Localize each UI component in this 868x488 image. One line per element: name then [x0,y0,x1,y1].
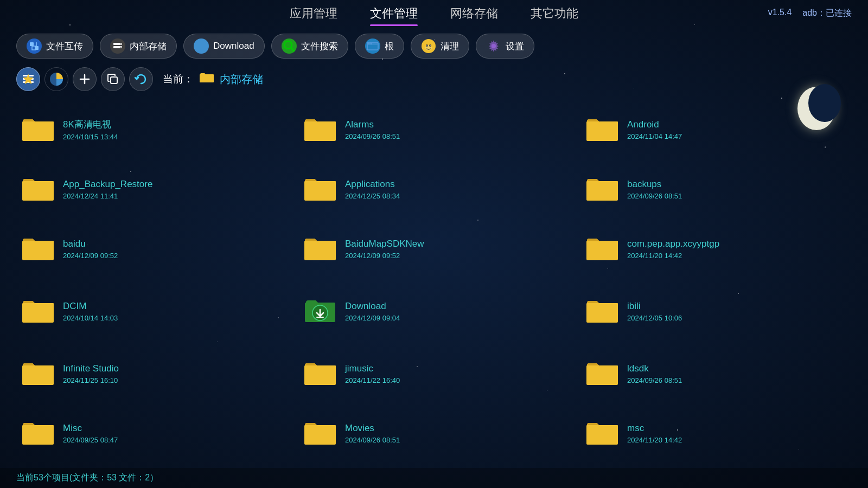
file-date: 2024/12/09 09:52 [63,252,118,260]
file-name: ibili [627,301,682,312]
file-date: 2024/12/09 09:52 [345,252,424,260]
file-name: ldsdk [627,363,682,374]
file-name: Download [345,301,400,312]
svg-line-7 [291,48,294,52]
svg-point-18 [430,45,430,46]
file-info: Applications 2024/12/25 08:34 [345,179,400,200]
folder-icon [304,360,336,387]
list-item[interactable]: DCIM 2024/10/14 14:03 [11,279,293,344]
file-name: msc [627,423,682,434]
file-info: Infinite Studio 2024/11/25 16:10 [63,363,119,384]
list-item[interactable]: Misc 2024/09/25 08:47 [11,403,293,463]
adb-status: adb：已连接 [802,8,852,19]
list-item[interactable]: 8K高清电视 2024/10/15 13:44 [11,100,293,159]
refresh-button[interactable] [129,67,153,91]
file-date: 2024/11/25 16:10 [63,376,119,384]
file-info: Android 2024/11/04 14:47 [627,119,682,140]
clean-icon [421,38,436,54]
folder-icon [586,298,618,325]
file-name: Misc [63,423,118,434]
file-date: 2024/10/14 14:03 [63,314,118,322]
svg-point-11 [368,43,369,44]
file-name: jimusic [345,363,400,374]
file-transfer-label: 文件互传 [46,40,83,53]
toolbar: 文件互传 内部存储 Download 文件搜索 [0,26,868,64]
folder-icon [22,298,54,325]
copy-button[interactable] [101,67,125,91]
file-name: Alarms [345,119,400,130]
file-transfer-button[interactable]: 文件互传 [16,34,93,59]
path-folder-icon [199,71,214,88]
list-item[interactable]: baidu 2024/12/09 09:52 [11,219,293,279]
list-item[interactable]: Alarms 2024/09/26 08:51 [293,100,575,159]
file-info: Movies 2024/09/26 08:51 [345,423,400,444]
file-date: 2024/09/26 08:51 [345,132,400,140]
file-date: 2024/11/22 16:40 [345,376,400,384]
list-item[interactable]: Android 2024/11/04 14:47 [575,100,857,159]
nav-other-functions[interactable]: 其它功能 [531,5,578,26]
settings-button[interactable]: 设置 [476,34,534,59]
list-item[interactable]: BaiduMapSDKNew 2024/12/09 09:52 [293,219,575,279]
download-button[interactable]: Download [183,34,265,59]
list-item[interactable]: Infinite Studio 2024/11/25 16:10 [11,344,293,403]
nav-network-storage[interactable]: 网络存储 [450,5,498,26]
file-search-label: 文件搜索 [301,40,338,53]
file-date: 2024/11/20 14:42 [627,252,719,260]
nav-file-management[interactable]: 文件管理 [370,5,418,26]
file-date: 2024/12/05 10:06 [627,314,682,322]
storage-pie-button[interactable] [44,67,68,91]
action-bar: 当前： 内部存储 [0,64,868,94]
svg-point-5 [120,47,122,48]
list-item[interactable]: jimusic 2024/11/22 16:40 [293,344,575,403]
list-item[interactable]: Download 2024/12/09 09:04 [293,279,575,344]
root-icon [365,38,380,54]
folder-icon [22,235,54,262]
download-folder-icon [194,38,209,54]
file-info: DCIM 2024/10/14 14:03 [63,301,118,322]
file-info: baidu 2024/12/09 09:52 [63,239,118,260]
file-date: 2024/11/04 14:47 [627,132,682,140]
special-folder-icon [304,295,336,328]
list-item[interactable]: msc 2024/11/20 14:42 [575,403,857,463]
folder-icon [586,420,618,447]
list-item[interactable]: Applications 2024/12/25 08:34 [293,159,575,219]
favorites-button[interactable] [16,67,40,91]
internal-storage-button[interactable]: 内部存储 [100,34,177,59]
file-search-icon [282,38,297,54]
file-name: Applications [345,179,400,190]
file-date: 2024/09/26 08:51 [345,436,400,444]
file-info: ldsdk 2024/09/26 08:51 [627,363,682,384]
file-transfer-icon [27,38,42,54]
folder-icon [304,176,336,203]
list-item[interactable]: Movies 2024/09/26 08:51 [293,403,575,463]
list-item[interactable]: ibili 2024/12/05 10:06 [575,279,857,344]
file-name: DCIM [63,301,118,312]
file-date: 2024/12/25 08:34 [345,192,400,200]
version-info: v1.5.4 adb：已连接 [768,8,852,19]
folder-icon [22,360,54,387]
file-info: Misc 2024/09/25 08:47 [63,423,118,444]
file-date: 2024/12/24 11:41 [63,192,152,200]
list-item[interactable]: App_Backup_Restore 2024/12/24 11:41 [11,159,293,219]
folder-icon [22,176,54,203]
file-search-button[interactable]: 文件搜索 [271,34,348,59]
add-button[interactable] [73,67,97,91]
folder-icon [586,116,618,143]
internal-storage-label: 内部存储 [130,40,167,53]
file-date: 2024/09/25 08:47 [63,436,118,444]
folder-icon [304,116,336,143]
file-info: Alarms 2024/09/26 08:51 [345,119,400,140]
nav-app-management[interactable]: 应用管理 [290,5,337,26]
file-name: Infinite Studio [63,363,119,374]
file-date: 2024/12/09 09:04 [345,314,400,322]
file-info: App_Backup_Restore 2024/12/24 11:41 [63,179,152,200]
file-date: 2024/10/15 13:44 [63,133,118,141]
file-info: jimusic 2024/11/22 16:40 [345,363,400,384]
clean-button[interactable]: 清理 [411,34,469,59]
clean-label: 清理 [441,40,459,53]
list-item[interactable]: ldsdk 2024/09/26 08:51 [575,344,857,403]
list-item[interactable]: com.pep.app.xcyyptgp 2024/11/20 14:42 [575,219,857,279]
file-info: msc 2024/11/20 14:42 [627,423,682,444]
list-item[interactable]: backups 2024/09/26 08:51 [575,159,857,219]
root-button[interactable]: 根 [355,34,404,59]
